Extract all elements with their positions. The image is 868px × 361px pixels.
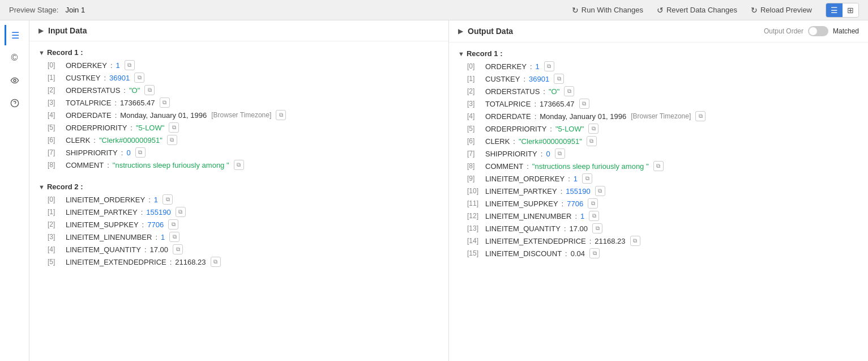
copy-button[interactable]: ⧉ [582, 173, 592, 184]
field-row: [2]ORDERSTATUS:"O"⧉ [449, 85, 868, 97]
copy-button[interactable]: ⧉ [211, 257, 221, 267]
grid-view-button[interactable]: ⊞ [843, 3, 858, 17]
field-row: [13]LINEITEM_QUANTITY:17.00⧉ [449, 222, 868, 235]
field-value: "O" [129, 86, 140, 95]
field-index: [9] [467, 175, 483, 182]
field-value: "nstructions sleep furiously among " [532, 162, 649, 171]
field-row: [4]ORDERDATE:Monday, January 01, 1996[Br… [29, 109, 448, 121]
field-index: [1] [48, 208, 63, 216]
field-index: [7] [48, 148, 63, 156]
record-section: ▼ Record 1 :[0]ORDERKEY:1⧉[1]CUSTKEY:369… [29, 46, 448, 171]
field-colon: : [142, 220, 144, 229]
field-row: [15]LINEITEM_DISCOUNT:0.04⧉ [449, 247, 868, 260]
copy-button[interactable]: ⧉ [589, 248, 600, 258]
field-value: 0 [546, 150, 550, 158]
output-expand-icon[interactable]: ▶ [458, 27, 463, 35]
field-name: TOTALPRICE [485, 100, 531, 108]
copy-button[interactable]: ⧉ [168, 219, 178, 230]
copy-button[interactable]: ⧉ [695, 111, 705, 121]
record-title: Record 1 : [47, 48, 83, 57]
output-order-label: Output Order [764, 27, 803, 35]
sidebar-icon-help[interactable] [5, 93, 25, 113]
field-colon: : [144, 245, 147, 254]
copy-button[interactable]: ⧉ [169, 122, 179, 133]
output-panel-controls: Output Order Matched [764, 26, 859, 36]
field-value: 173665.47 [540, 100, 574, 108]
copy-button[interactable]: ⧉ [554, 74, 564, 84]
copy-button[interactable]: ⧉ [588, 124, 598, 134]
field-row: [1]CUSTKEY:36901⧉ [29, 71, 448, 84]
top-bar: Preview Stage: Join 1 ↻ Run With Changes… [0, 0, 868, 20]
record-header[interactable]: ▼ Record 2 : [29, 180, 448, 193]
copy-button[interactable]: ⧉ [135, 147, 146, 158]
copy-button[interactable]: ⧉ [144, 85, 155, 95]
field-index: [2] [48, 220, 63, 228]
timezone-label: [Browser Timezone] [211, 111, 271, 119]
copy-button[interactable]: ⧉ [595, 186, 605, 196]
field-index: [13] [467, 224, 483, 232]
copy-button[interactable]: ⧉ [653, 161, 664, 171]
output-order-toggle[interactable] [808, 26, 828, 36]
field-name: LINEITEM_LINENUMBER [485, 212, 571, 220]
copy-button[interactable]: ⧉ [579, 99, 589, 109]
copy-button[interactable]: ⧉ [163, 194, 173, 205]
field-value: "5-LOW" [555, 125, 584, 133]
field-value: 155190 [566, 187, 590, 196]
field-name: LINEITEM_SUPPKEY [66, 220, 139, 229]
field-row: [0]LINEITEM_ORDERKEY:1⧉ [29, 193, 448, 206]
input-panel-header: ▶ Input Data [29, 20, 448, 41]
copy-button[interactable]: ⧉ [160, 97, 170, 108]
field-colon: : [513, 137, 515, 146]
copy-button[interactable]: ⧉ [630, 236, 640, 246]
copy-button[interactable]: ⧉ [588, 198, 598, 209]
copy-button[interactable]: ⧉ [564, 86, 574, 96]
copy-button[interactable]: ⧉ [544, 61, 554, 71]
field-colon: : [107, 161, 109, 169]
field-colon: : [530, 62, 532, 71]
record-header[interactable]: ▼ Record 1 : [449, 47, 868, 60]
list-view-button[interactable]: ☰ [826, 3, 843, 17]
reload-preview-button[interactable]: ↻ Reload Preview [746, 3, 816, 17]
copy-button[interactable]: ⧉ [589, 211, 599, 221]
field-value: 17.00 [150, 245, 169, 254]
field-colon: : [141, 208, 143, 216]
copy-button[interactable]: ⧉ [125, 60, 135, 70]
input-panel-title: Input Data [48, 26, 87, 35]
field-row: [10]LINEITEM_PARTKEY:155190⧉ [449, 185, 868, 197]
field-index: [8] [48, 161, 63, 169]
field-name: LINEITEM_LINENUMBER [66, 233, 152, 241]
field-index: [4] [48, 111, 63, 119]
run-with-changes-button[interactable]: ↻ Run With Changes [567, 3, 648, 17]
sidebar-icon-copyright[interactable]: © [5, 48, 25, 68]
record-title: Record 1 : [467, 49, 503, 58]
copy-button[interactable]: ⧉ [555, 148, 565, 159]
sidebar-icon-list[interactable]: ☰ [5, 25, 25, 45]
field-index: [1] [467, 75, 483, 83]
preview-stage-label: Preview Stage: [9, 6, 58, 14]
output-panel: ▶ Output Data Output Order Matched ▼ Rec… [449, 20, 868, 361]
field-row: [0]ORDERKEY:1⧉ [29, 59, 448, 71]
copy-button[interactable]: ⧉ [173, 244, 183, 254]
copy-button[interactable]: ⧉ [592, 223, 602, 233]
copy-button[interactable]: ⧉ [167, 135, 177, 145]
record-header[interactable]: ▼ Record 1 : [29, 46, 448, 59]
copy-button[interactable]: ⧉ [176, 207, 186, 217]
field-index: [3] [467, 100, 483, 108]
copy-button[interactable]: ⧉ [234, 160, 244, 170]
input-expand-icon[interactable]: ▶ [39, 27, 44, 35]
copy-button[interactable]: ⧉ [169, 232, 179, 242]
field-value: 7706 [147, 220, 164, 229]
copy-button[interactable]: ⧉ [276, 110, 286, 120]
field-row: [6]CLERK:"Clerk#000000951"⧉ [29, 134, 448, 146]
revert-data-changes-button[interactable]: ↺ Revert Data Changes [652, 3, 742, 17]
copy-button[interactable]: ⧉ [587, 136, 597, 146]
copy-button[interactable]: ⧉ [134, 73, 144, 83]
field-value: Monday, January 01, 1996 [540, 112, 626, 121]
field-row: [0]ORDERKEY:1⧉ [449, 60, 868, 73]
field-name: CUSTKEY [66, 74, 100, 82]
field-colon: : [550, 125, 552, 133]
sidebar-icon-eye[interactable] [5, 70, 25, 91]
revert-icon: ↺ [657, 6, 664, 15]
record-section: ▼ Record 1 :[0]ORDERKEY:1⧉[1]CUSTKEY:369… [449, 47, 868, 260]
run-icon: ↻ [572, 6, 579, 15]
